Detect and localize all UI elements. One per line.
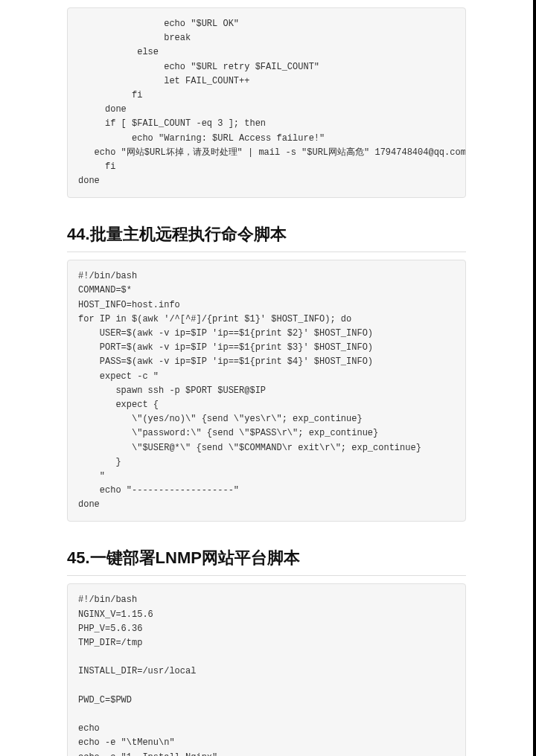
- code-block-43-continued: echo "$URL OK" break else echo "$URL ret…: [67, 7, 466, 198]
- code-block-44: #!/bin/bash COMMAND=$* HOST_INFO=host.in…: [67, 260, 466, 522]
- heading-44: 44.批量主机远程执行命令脚本: [67, 213, 466, 252]
- heading-45: 45.一键部署LNMP网站平台脚本: [67, 536, 466, 576]
- code-block-45: #!/bin/bash NGINX_V=1.15.6 PHP_V=5.6.36 …: [67, 583, 466, 756]
